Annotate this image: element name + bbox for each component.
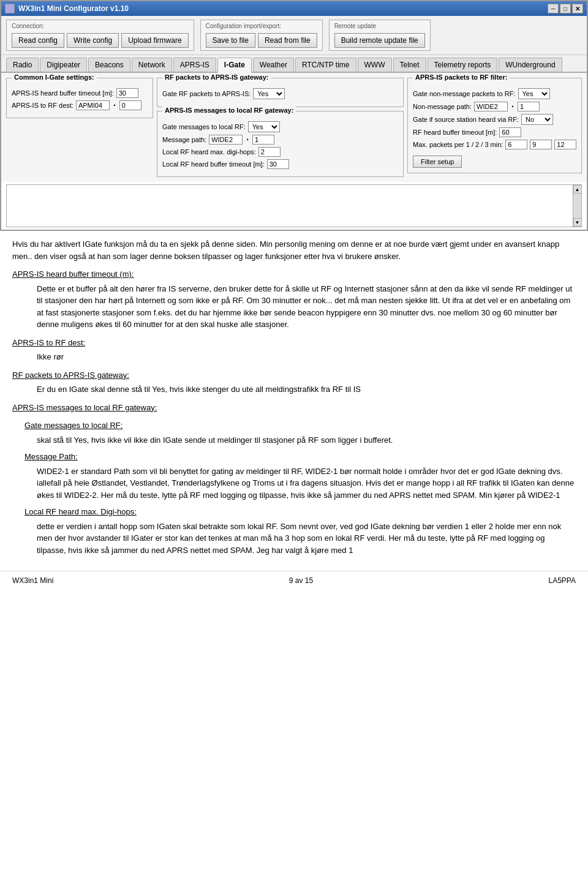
nonmsg-path-label: Non-message path: bbox=[413, 103, 472, 110]
gate-nonmsg-select[interactable]: Yes No bbox=[518, 88, 550, 99]
local-rf-buf-input[interactable] bbox=[267, 159, 289, 169]
gate-msg-row: Gate messages to local RF: Yes No bbox=[162, 121, 398, 132]
intro-paragraph: Hvis du har aktivert IGate funksjon må d… bbox=[12, 238, 576, 262]
window-title: WX3in1 Mini Configurator v1.10 bbox=[18, 4, 129, 13]
max-p3-input[interactable] bbox=[554, 140, 576, 149]
nonmsg-path-suffix-input[interactable] bbox=[518, 102, 540, 111]
msg-path-suffix-input[interactable] bbox=[252, 135, 274, 145]
msg-path-dot: · bbox=[246, 135, 249, 145]
tab-wunderground[interactable]: WUnderground bbox=[499, 58, 562, 72]
scroll-bar[interactable]: ▲ ▼ bbox=[573, 185, 581, 227]
write-config-button[interactable]: Write config bbox=[67, 33, 119, 48]
gate-msg-label: Gate messages to local RF: bbox=[162, 123, 246, 130]
tab-rtc-ntp[interactable]: RTC/NTP time bbox=[295, 58, 356, 72]
read-from-file-button[interactable]: Read from file bbox=[258, 33, 317, 48]
scroll-up-button[interactable]: ▲ bbox=[573, 185, 582, 194]
tab-telemetry[interactable]: Telemetry reports bbox=[428, 58, 498, 72]
section4c-body: dette er verdien i antall hopp som IGate… bbox=[37, 521, 576, 557]
config-buttons: Save to file Read from file bbox=[206, 33, 317, 48]
tab-www[interactable]: WWW bbox=[358, 58, 392, 72]
tab-i-gate[interactable]: I-Gate bbox=[217, 58, 252, 73]
tab-radio[interactable]: Radio bbox=[6, 58, 39, 72]
filter-btn-row: Filter setup bbox=[413, 152, 576, 168]
common-igate-title: Common I-Gate settings: bbox=[12, 73, 97, 81]
gate-rf-label: Gate RF packets to APRS-IS: bbox=[162, 90, 251, 97]
page-footer: WX3in1 Mini 9 av 15 LA5PPA bbox=[0, 571, 588, 590]
upload-firmware-button[interactable]: Upload firmware bbox=[121, 33, 188, 48]
aprs-messages-title: APRS-IS messages to local RF gateway: bbox=[162, 107, 296, 114]
build-remote-button[interactable]: Build remote update file bbox=[334, 33, 425, 48]
tabs-area: Radio Digipeater Beacons Network APRS-IS… bbox=[1, 55, 587, 73]
tab-aprs-is[interactable]: APRS-IS bbox=[173, 58, 216, 72]
filter-setup-button[interactable]: Filter setup bbox=[413, 156, 462, 168]
rf-heard-input[interactable] bbox=[499, 127, 521, 137]
max-p1-input[interactable] bbox=[505, 140, 527, 149]
section4a-header: Gate messages to local RF: bbox=[24, 420, 576, 432]
close-button[interactable]: ✕ bbox=[572, 4, 583, 13]
col-right: APRS-IS packets to RF filter: Gate non-m… bbox=[407, 78, 582, 177]
section4b-title: Message Path: bbox=[24, 452, 78, 461]
footer-right: LA5PPA bbox=[549, 576, 576, 585]
title-bar-controls: ─ □ ✕ bbox=[548, 4, 583, 13]
config-group-label: Configuration import/export: bbox=[206, 23, 317, 29]
read-config-button[interactable]: Read config bbox=[12, 33, 64, 48]
section3-body: Er du en IGate skal denne stå til Yes, h… bbox=[37, 383, 576, 396]
gate-source-select[interactable]: No Yes bbox=[521, 114, 553, 125]
gate-nonmsg-row: Gate non-message packets to RF: Yes No bbox=[413, 88, 576, 99]
gate-rf-select[interactable]: Yes No bbox=[253, 88, 285, 99]
section3-header: RF packets to APRS-IS gateway: bbox=[12, 369, 576, 382]
section4c-header: Local RF heard max. Digi-hops: bbox=[24, 506, 576, 518]
rf-dest-suffix-input[interactable] bbox=[119, 100, 141, 110]
msg-path-label: Message path: bbox=[162, 136, 206, 143]
msg-path-input[interactable] bbox=[209, 135, 243, 145]
section3-title: RF packets to APRS-IS gateway: bbox=[12, 371, 129, 380]
rf-dest-row: APRS-IS to RF dest: · bbox=[12, 100, 148, 110]
config-group: Configuration import/export: Save to fil… bbox=[200, 20, 323, 51]
application-window: WX3in1 Mini Configurator v1.10 ─ □ ✕ Con… bbox=[0, 0, 588, 231]
nonmsg-path-input[interactable] bbox=[474, 102, 508, 111]
tab-telnet[interactable]: Telnet bbox=[393, 58, 426, 72]
section4a-body: skal stå til Yes, hvis ikke vil ikke din… bbox=[37, 434, 576, 446]
save-to-file-button[interactable]: Save to file bbox=[206, 33, 255, 48]
msg-path-row: Message path: · bbox=[162, 135, 398, 145]
section1-title: APRS-IS heard buffer timeout (m): bbox=[12, 269, 134, 279]
tab-digipeater[interactable]: Digipeater bbox=[40, 58, 87, 72]
local-rf-buf-row: Local RF heard buffer timeout [m]: bbox=[162, 159, 398, 169]
scroll-down-button[interactable]: ▼ bbox=[573, 218, 582, 227]
minimize-button[interactable]: ─ bbox=[548, 4, 559, 13]
section4b-header: Message Path: bbox=[24, 451, 576, 463]
section4-title: APRS-IS messages to local RF gateway: bbox=[12, 403, 157, 412]
maximize-button[interactable]: □ bbox=[560, 4, 571, 13]
local-rf-digi-label: Local RF heard max. digi-hops: bbox=[162, 148, 256, 156]
aprs-messages-group: APRS-IS messages to local RF gateway: Ga… bbox=[157, 111, 404, 177]
buffer-timeout-input[interactable] bbox=[116, 88, 138, 98]
gate-nonmsg-label: Gate non-message packets to RF: bbox=[413, 90, 516, 97]
tab-weather[interactable]: Weather bbox=[253, 58, 294, 72]
log-area: ▲ ▼ bbox=[6, 184, 582, 227]
gate-msg-select[interactable]: Yes No bbox=[248, 121, 280, 132]
section4b-body: WIDE2-1 er standard Path som vil bli ben… bbox=[37, 465, 576, 502]
title-bar-left: WX3in1 Mini Configurator v1.10 bbox=[5, 4, 129, 13]
local-rf-buf-label: Local RF heard buffer timeout [m]: bbox=[162, 160, 265, 168]
gate-source-label: Gate if source station heard via RF: bbox=[413, 116, 519, 123]
remote-group: Remote update Build remote update file bbox=[329, 20, 431, 51]
rf-dest-input[interactable] bbox=[76, 100, 110, 110]
max-p2-input[interactable] bbox=[530, 140, 552, 149]
local-rf-digi-row: Local RF heard max. digi-hops: bbox=[162, 147, 398, 157]
connection-buttons: Read config Write config Upload firmware bbox=[12, 33, 189, 48]
gate-rf-row: Gate RF packets to APRS-IS: Yes No bbox=[162, 88, 398, 99]
nonmsg-dot: · bbox=[511, 102, 514, 111]
aprs-filter-group: APRS-IS packets to RF filter: Gate non-m… bbox=[407, 78, 582, 173]
tab-network[interactable]: Network bbox=[132, 58, 172, 72]
col-left: Common I-Gate settings: APRS-IS heard bu… bbox=[6, 78, 153, 177]
footer-left: WX3in1 Mini bbox=[12, 576, 53, 585]
rf-packets-group: RF packets to APRS-IS gateway: Gate RF p… bbox=[157, 78, 404, 107]
tab-beacons[interactable]: Beacons bbox=[88, 58, 130, 72]
section4c-title: Local RF heard max. Digi-hops: bbox=[24, 507, 137, 516]
toolbar: Connection: Read config Write config Upl… bbox=[1, 16, 587, 55]
section1-header: APRS-IS heard buffer timeout (m): bbox=[12, 268, 576, 280]
section4-header: APRS-IS messages to local RF gateway: bbox=[12, 402, 576, 414]
rf-heard-label: RF heard buffer timeout [m]: bbox=[413, 129, 497, 136]
buffer-timeout-row: APRS-IS heard buffer timeout [m]: bbox=[12, 88, 148, 98]
local-rf-digi-input[interactable] bbox=[258, 147, 281, 157]
